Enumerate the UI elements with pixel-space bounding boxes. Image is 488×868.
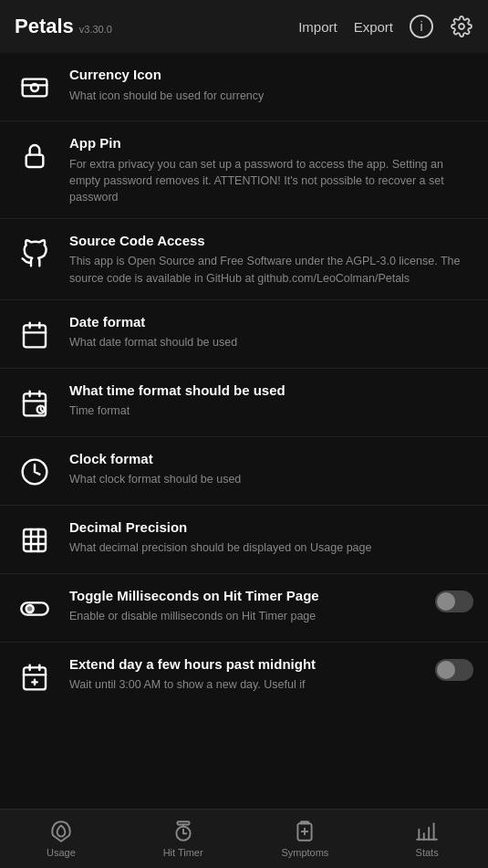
extend-day-desc: Wait until 3:00 AM to show a new day. Us… <box>69 676 421 693</box>
time-format-desc: Time format <box>69 403 473 419</box>
extend-day-title: Extend day a few hours past midnight <box>69 655 421 674</box>
clock-format-title: Clock format <box>69 450 473 468</box>
bottom-navigation: Usage Hit Timer Symptoms <box>0 809 488 868</box>
settings-item-app-pin[interactable]: App Pin For extra privacy you can set up… <box>0 121 488 219</box>
export-button[interactable]: Export <box>354 19 393 35</box>
settings-item-time-format[interactable]: What time format should be used Time for… <box>0 369 488 437</box>
settings-item-extend-day[interactable]: Extend day a few hours past midnight Wai… <box>0 643 488 710</box>
decimal-precision-desc: What decimal precision should be display… <box>69 539 473 556</box>
app-header: Petals v3.30.0 Import Export i <box>0 0 488 53</box>
svg-rect-22 <box>24 667 46 689</box>
extend-day-toggle[interactable] <box>435 659 473 681</box>
decimal-precision-title: Decimal Precision <box>69 518 473 537</box>
usage-nav-label: Usage <box>47 847 76 858</box>
settings-item-currency-icon[interactable]: Currency Icon What icon should be used f… <box>0 53 488 121</box>
extend-day-icon <box>15 657 55 697</box>
app-name: Petals <box>15 15 74 38</box>
currency-icon <box>15 68 55 108</box>
settings-icon[interactable] <box>450 15 473 38</box>
app-pin-icon <box>15 136 55 176</box>
svg-rect-15 <box>24 529 46 551</box>
hit-timer-nav-label: Hit Timer <box>163 847 203 858</box>
time-format-title: What time format should be used <box>69 382 473 400</box>
source-code-title: Source Code Access <box>69 232 473 250</box>
toggle-milliseconds-icon <box>15 589 55 629</box>
settings-item-decimal-precision[interactable]: Decimal Precision What decimal precision… <box>0 506 488 574</box>
svg-rect-5 <box>24 325 46 347</box>
symptoms-nav-icon <box>293 820 317 843</box>
app-pin-desc: For extra privacy you can set up a passw… <box>69 156 473 205</box>
import-button[interactable]: Import <box>298 19 337 35</box>
hit-timer-nav-icon <box>171 820 195 843</box>
currency-icon-title: Currency Icon <box>69 66 473 84</box>
date-format-desc: What date format should be used <box>69 334 473 350</box>
nav-item-symptoms[interactable]: Symptoms <box>244 810 367 868</box>
source-code-icon <box>15 234 55 274</box>
nav-item-stats[interactable]: Stats <box>366 810 488 868</box>
app-pin-title: App Pin <box>69 134 473 152</box>
svg-point-0 <box>459 24 464 29</box>
toggle-milliseconds-desc: Enable or disable milliseconds on Hit Ti… <box>69 608 421 624</box>
svg-point-21 <box>26 605 34 612</box>
settings-item-clock-format[interactable]: Clock format What clock format should be… <box>0 437 488 506</box>
settings-item-date-format[interactable]: Date format What date format should be u… <box>0 300 488 369</box>
stats-nav-label: Stats <box>416 847 439 858</box>
svg-rect-4 <box>26 155 44 167</box>
usage-nav-icon <box>49 820 73 843</box>
nav-item-usage[interactable]: Usage <box>0 810 122 868</box>
date-format-title: Date format <box>69 313 473 331</box>
info-icon[interactable]: i <box>410 15 433 38</box>
stats-nav-icon <box>415 820 439 843</box>
settings-item-source-code[interactable]: Source Code Access This app is Open Sour… <box>0 219 488 300</box>
source-code-desc: This app is Open Source and Free Softwar… <box>69 253 473 286</box>
settings-item-toggle-milliseconds[interactable]: Toggle Milliseconds on Hit Timer Page En… <box>0 574 488 643</box>
decimal-precision-icon <box>15 520 55 560</box>
app-version: v3.30.0 <box>79 24 112 35</box>
symptoms-nav-label: Symptoms <box>281 847 328 858</box>
header-actions: Import Export i <box>298 15 473 38</box>
clock-format-desc: What clock format should be used <box>69 471 473 487</box>
nav-item-hit-timer[interactable]: Hit Timer <box>122 810 244 868</box>
toggle-milliseconds-title: Toggle Milliseconds on Hit Timer Page <box>69 587 421 605</box>
milliseconds-toggle[interactable] <box>435 591 473 612</box>
svg-rect-1 <box>23 79 47 97</box>
app-title-group: Petals v3.30.0 <box>15 15 112 38</box>
time-format-icon <box>15 383 55 424</box>
settings-list: Currency Icon What icon should be used f… <box>0 53 488 809</box>
date-format-icon <box>15 315 55 355</box>
clock-format-icon <box>15 452 55 492</box>
currency-icon-desc: What icon should be used for currency <box>69 88 473 104</box>
